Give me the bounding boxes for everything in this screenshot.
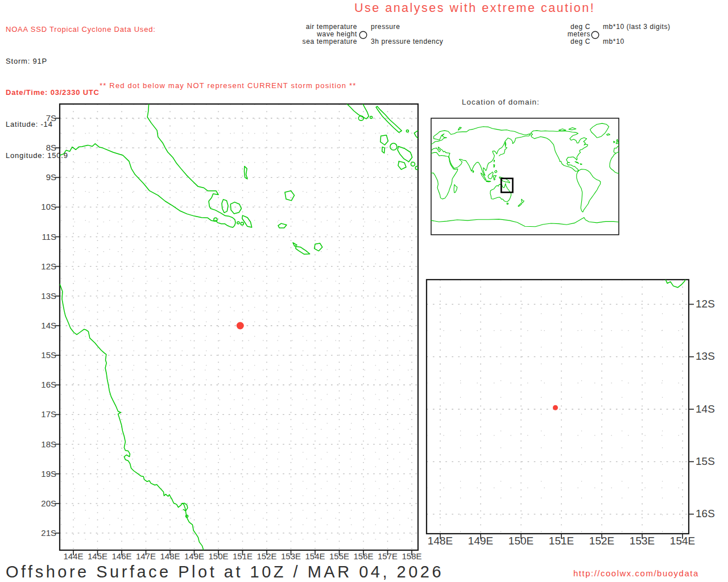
axis-tick-label: 8S — [22, 143, 56, 152]
inset-map-title: Location of domain: — [462, 98, 540, 106]
units-meters: meters — [533, 30, 590, 38]
world-coastlines — [431, 123, 619, 227]
domain-location-box — [501, 178, 512, 193]
main-map — [48, 98, 424, 562]
axis-tick-label: 151E — [549, 535, 574, 547]
main-map-ticks — [55, 118, 412, 555]
island-dot-small-2 — [406, 130, 408, 132]
axis-tick-label: 14S — [22, 321, 56, 330]
island-ranongga — [382, 147, 385, 153]
axis-tick-label: 21S — [22, 528, 56, 538]
island-islet-2 — [241, 222, 243, 225]
axis-tick-label: 147E — [136, 551, 156, 561]
legend-sea-temperature: sea temperature — [266, 38, 357, 45]
axis-tick-label: 152E — [257, 551, 276, 561]
axis-tick-label: 16S — [696, 508, 715, 520]
legend-wave-height: wave height — [266, 30, 357, 38]
axis-tick-label: 12S — [696, 298, 715, 310]
island-misima — [278, 223, 287, 228]
units-mb10-digits: mb*10 (last 3 digits) — [603, 23, 671, 31]
axis-tick-label: 157E — [378, 551, 398, 561]
island-choiseul — [376, 106, 402, 132]
coastline-rossel-fragment — [665, 280, 685, 288]
axis-tick-label: 156E — [353, 551, 373, 561]
storm-info-storm: Storm: 91P — [6, 56, 156, 67]
units-circle-icon — [591, 31, 600, 40]
axis-tick-label: 145E — [88, 551, 107, 561]
island-kiriwina — [245, 167, 248, 179]
axis-tick-label: 148E — [160, 551, 180, 561]
island-rendova — [411, 162, 415, 166]
island-tagula — [296, 247, 310, 255]
coastline-papua-new-guinea — [60, 104, 235, 227]
zoom-map — [420, 273, 704, 547]
units-deg-c-bottom: deg C — [533, 38, 590, 45]
axis-tick-label: 10S — [22, 202, 56, 211]
units-deg-c-top: deg C — [533, 23, 590, 31]
storm-position-warning: ** Red dot below may NOT represent CURRE… — [100, 81, 357, 90]
axis-tick-label: 7S — [22, 113, 56, 123]
axis-tick-label: 146E — [111, 551, 131, 561]
axis-tick-label: 144E — [63, 551, 83, 561]
axis-tick-label: 154E — [670, 535, 695, 547]
island-woodlark — [285, 191, 295, 201]
island-goodenough — [222, 199, 228, 213]
axis-tick-label: 12S — [22, 261, 56, 271]
axis-tick-label: 155E — [329, 551, 349, 561]
island-vangunu — [398, 161, 406, 170]
island-shortland — [358, 116, 363, 120]
island-vella-lavella — [380, 135, 388, 145]
caution-banner: Use analyses with extreme caution! — [354, 1, 595, 15]
axis-tick-label: 149E — [184, 551, 204, 561]
island-islet-1 — [237, 222, 239, 224]
world-map-frame — [431, 118, 619, 235]
storm-position-dot-zoom — [553, 405, 558, 410]
axis-tick-label: 152E — [589, 535, 614, 547]
axis-tick-label: 148E — [428, 535, 453, 547]
island-bougainville — [347, 104, 369, 119]
axis-tick-label: 17S — [22, 409, 56, 419]
island-new-georgia — [398, 147, 412, 162]
source-url: http://coolwx.com/buoydata — [573, 568, 699, 578]
station-circle-icon — [359, 31, 368, 40]
legend-pressure: pressure — [371, 23, 400, 31]
axis-tick-label: 150E — [208, 551, 228, 561]
axis-tick-label: 18S — [22, 439, 56, 449]
storm-position-dot — [237, 322, 244, 330]
legend-pressure-tendency: 3h pressure tendency — [371, 38, 443, 45]
axis-tick-label: 19S — [22, 469, 56, 479]
island-fergusson — [230, 202, 241, 214]
axis-tick-label: 158E — [402, 551, 421, 561]
plot-title: Offshore Surface Plot at 10Z / MAR 04, 2… — [6, 563, 444, 581]
axis-tick-label: 151E — [233, 551, 253, 561]
axis-tick-label: 9S — [22, 172, 56, 182]
island-tagula-west — [293, 243, 297, 246]
axis-tick-label: 13S — [696, 350, 715, 363]
legend-air-temperature: air temperature — [266, 23, 357, 31]
island-kolombangara — [390, 143, 397, 150]
axis-tick-label: 153E — [281, 551, 301, 561]
units-mb10: mb*10 — [603, 38, 624, 45]
offshore-surface-plot-page: { "colors": { "red_text": "#f2453d", "co… — [0, 0, 728, 582]
axis-tick-label: 13S — [22, 291, 56, 301]
island-dot-small — [370, 117, 373, 119]
axis-tick-label: 153E — [630, 535, 655, 547]
axis-tick-label: 14S — [696, 403, 715, 415]
axis-tick-label: 11S — [22, 232, 56, 242]
axis-tick-label: 16S — [22, 380, 56, 389]
axis-tick-label: 15S — [696, 455, 715, 468]
zoom-map-ticks — [440, 304, 694, 539]
axis-tick-label: 20S — [22, 498, 56, 508]
island-normanby — [242, 215, 252, 227]
axis-tick-label: 149E — [468, 535, 493, 547]
storm-info-source: NOAA SSD Tropical Cyclone Data Used: — [6, 24, 156, 35]
world-inset-map — [430, 117, 620, 236]
axis-tick-label: 15S — [22, 350, 56, 360]
axis-tick-label: 154E — [305, 551, 325, 561]
axis-tick-label: 150E — [508, 535, 533, 547]
island-rossel — [315, 243, 322, 251]
